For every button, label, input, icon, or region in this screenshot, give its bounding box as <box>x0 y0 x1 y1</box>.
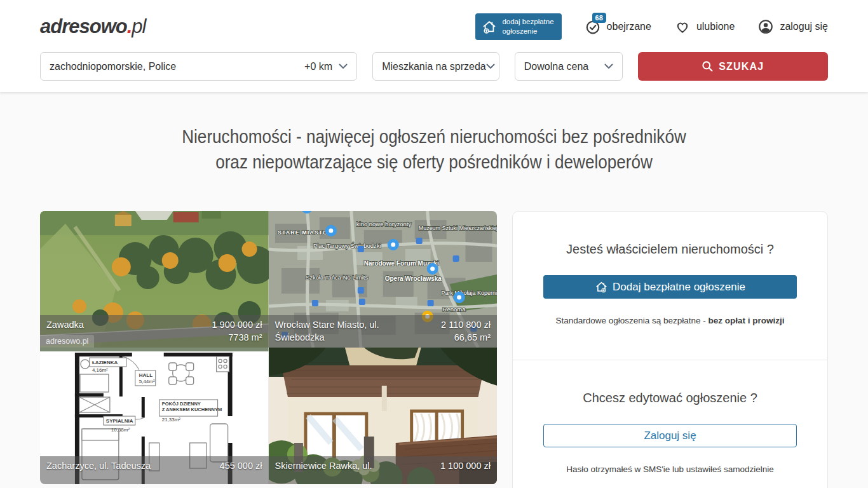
search-button[interactable]: SZUKAJ <box>638 52 828 81</box>
house-plus-icon <box>595 280 608 294</box>
add-free-listing-button[interactable]: Dodaj bezpłatne ogłoszenie <box>543 275 797 299</box>
listing-caption: Zacharzyce, ul. Tadeusza 455 000 zł <box>40 456 269 484</box>
edit-section: Chcesz edytować ogłoszenie ? Zaloguj się… <box>513 360 827 488</box>
chevron-down-icon <box>486 64 495 69</box>
listing-price: 1 100 000 zł <box>440 461 491 471</box>
radius-dropdown[interactable]: +0 km <box>304 61 348 72</box>
map-label: STARE MIASTO <box>277 229 327 236</box>
room-label: ŁAZIENKA <box>92 360 118 365</box>
map-label: Park Mikołaja Kopernika <box>441 290 497 296</box>
add-listing-label-line2: ogłoszenie <box>502 27 537 35</box>
listing-caption: Wrocław Stare Miasto, ul. Świebodzka 2 1… <box>269 315 498 348</box>
add-listing-label-line1: dodaj bezpłatne <box>502 18 553 25</box>
chevron-down-icon <box>339 64 348 69</box>
location-value: zachodniopomorskie, Police <box>50 61 176 72</box>
edit-heading: Chcesz edytować ogłoszenie ? <box>543 391 797 405</box>
add-free-listing-label: Dodaj bezpłatne ogłoszenie <box>613 281 745 294</box>
map-label: Renoma <box>442 306 466 313</box>
listing-grid: adresowo.pl Zawadka 1 900 000 zł 7738 m² <box>40 211 497 484</box>
favorites-link[interactable]: ulubione <box>674 18 735 35</box>
map-label: Opera Wrocławska <box>384 275 442 282</box>
location-input[interactable]: zachodniopomorskie, Police +0 km <box>40 52 357 81</box>
owner-section: Jesteś właścicielem nieruchomości ? Doda… <box>513 212 827 360</box>
login-button[interactable]: Zaloguj się <box>543 424 797 447</box>
login-link[interactable]: zaloguj się <box>757 18 828 35</box>
map-label: Szkoła Tańca No Limits <box>305 274 368 281</box>
favorites-label: ulubione <box>696 21 735 32</box>
room-label: POKÓJ DZIENNY <box>162 401 201 407</box>
map-label: kino nowe horyzonty <box>356 220 411 227</box>
price-value: Dowolna cena <box>524 61 588 72</box>
viewed-label: obejrzane <box>607 21 651 32</box>
room-label: HALL <box>139 372 153 378</box>
listing-caption: Skierniewice Rawka, ul. 1 100 000 zł <box>269 456 498 484</box>
site-header: adresowo.pl dodaj bezpłatne ogłoszenie <box>0 0 868 92</box>
listing-area: 7738 m² <box>228 332 262 342</box>
owner-note-bold: bez opłat i prowizji <box>709 316 785 325</box>
search-bar: zachodniopomorskie, Police +0 km Mieszka… <box>40 52 828 81</box>
category-select[interactable]: Mieszkania na sprzeda <box>372 52 499 81</box>
viewed-count-badge: 68 <box>592 13 606 23</box>
house-plus-icon <box>482 19 497 34</box>
listing-title: Wrocław Stare Miasto, ul. Świebodzka <box>275 318 424 344</box>
listing-price: 1 900 000 zł <box>212 320 262 330</box>
radius-value: +0 km <box>304 61 332 72</box>
room-area: 21,33m² <box>162 417 181 423</box>
owner-sidebar: Jesteś właścicielem nieruchomości ? Doda… <box>512 211 828 488</box>
listing-card-zacharzyce[interactable]: ŁAZIENKA 4,16m² HALL 5,44m² POKÓJ DZIENN… <box>40 348 269 484</box>
search-button-label: SZUKAJ <box>719 61 764 72</box>
photo-watermark: adresowo.pl <box>40 335 94 348</box>
logo-text: adresowo <box>40 15 127 37</box>
listing-title: Skierniewice Rawka, ul. <box>275 459 372 480</box>
owner-heading: Jesteś właścicielem nieruchomości ? <box>543 242 797 257</box>
login-label: zaloguj się <box>780 21 828 32</box>
viewed-link[interactable]: 68 obejrzane <box>585 18 651 35</box>
page-title: Nieruchomości - najwięcej ogłoszeń nieru… <box>79 124 789 175</box>
room-area: 5,44m² <box>139 379 155 384</box>
listing-title: Zacharzyce, ul. Tadeusza <box>46 459 151 480</box>
map-label: Plac Targowy Świebodzki <box>313 242 381 249</box>
room-label: Z ANEKSEM KUCHENNYM <box>162 407 222 412</box>
chevron-down-icon <box>604 64 613 69</box>
listing-price: 2 110 800 zł <box>441 320 491 330</box>
listing-card-zawadka[interactable]: adresowo.pl Zawadka 1 900 000 zł 7738 m² <box>40 211 269 348</box>
add-listing-button[interactable]: dodaj bezpłatne ogłoszenie <box>475 13 561 40</box>
room-area: 10,38m² <box>111 427 130 433</box>
listing-card-skierniewice[interactable]: Skierniewice Rawka, ul. 1 100 000 zł <box>269 348 498 484</box>
site-logo[interactable]: adresowo.pl <box>40 15 146 38</box>
owner-note: Standardowe ogłoszenia są bezpłatne - be… <box>543 316 797 325</box>
heart-icon <box>674 18 691 35</box>
user-icon <box>757 18 774 35</box>
category-value: Mieszkania na sprzeda <box>382 61 486 72</box>
room-area: 4,16m² <box>92 367 108 373</box>
listing-card-wroclaw[interactable]: STARE MIASTO kino nowe horyzonty Muzeum … <box>269 211 498 348</box>
room-label: SYPIALNIA <box>106 418 133 424</box>
login-button-label: Zaloguj się <box>644 430 696 442</box>
listing-price: 455 000 zł <box>220 461 262 471</box>
search-icon <box>702 60 714 72</box>
map-label: Muzeum Sztuki Mieszczańskiej <box>418 225 497 231</box>
edit-note: Hasło otrzymałeś w SMS'ie lub ustawiłeś … <box>543 464 797 474</box>
listing-area: 66,65 m² <box>454 332 491 342</box>
price-select[interactable]: Dowolna cena <box>515 52 623 81</box>
